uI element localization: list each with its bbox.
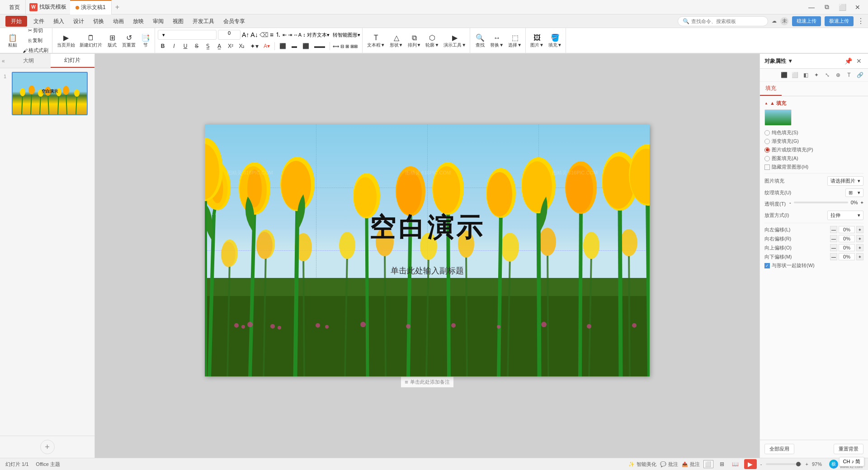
slide-item-1[interactable]: 1 xyxy=(4,72,91,115)
paste-button[interactable]: 📋 粘贴 xyxy=(5,31,20,51)
rotate-with-shape-checkbox[interactable]: ✓ xyxy=(764,263,770,268)
fill-action-icon[interactable]: ⬛ xyxy=(779,70,788,80)
slide-canvas[interactable]: 图精灵 616PIC.COM 图精灵 616PIC.COM 图精灵 616PIC… xyxy=(205,124,650,376)
share-btn[interactable]: 📤 批注 xyxy=(682,461,700,468)
align-right-btn[interactable]: ⬛ xyxy=(301,41,311,51)
link-icon[interactable]: 🔗 xyxy=(855,70,864,80)
convert-smart-btn[interactable]: 转智能图形▾ xyxy=(333,32,360,38)
tab-design[interactable]: 设计 xyxy=(69,14,89,28)
size-icon[interactable]: ⤡ xyxy=(823,70,832,80)
tab-developer[interactable]: 开发工具 xyxy=(188,14,219,28)
highlight-btn[interactable]: A▾ xyxy=(262,41,272,51)
shadow-panel-icon[interactable]: ◧ xyxy=(801,70,810,80)
offset-down-dec[interactable]: — xyxy=(830,253,837,260)
format-brush-button[interactable]: 🖌 格式式刷 xyxy=(21,46,50,54)
smart-beauty-btn[interactable]: ✨ 智能美化 xyxy=(628,461,656,468)
slide-thumbnail[interactable]: 空白演示 xyxy=(12,72,88,115)
fill-tab-fill[interactable]: 填充 xyxy=(760,82,782,96)
hide-bg-option[interactable]: 隐藏背景图形(H) xyxy=(764,164,863,170)
tab-animation[interactable]: 动画 xyxy=(108,14,128,28)
bold-btn[interactable]: B xyxy=(158,41,168,51)
font-decrease-btn[interactable]: A↓ xyxy=(250,31,258,38)
col2-btn[interactable]: ⊞ xyxy=(345,44,349,49)
offset-down-inc[interactable]: + xyxy=(856,253,863,260)
zoom-in-btn[interactable]: + xyxy=(806,461,808,467)
gradient-fill-option[interactable]: 渐变填充(G) xyxy=(764,138,863,145)
tab-slides[interactable]: 幻灯片 xyxy=(51,54,94,68)
tab-outline[interactable]: 大纲 xyxy=(7,54,51,67)
ppt-tool-button[interactable]: ▶ 演示工具▼ xyxy=(442,31,468,51)
reset-bg-button[interactable]: 重置背景 xyxy=(834,444,863,454)
pin-icon[interactable]: 📌 xyxy=(844,56,853,66)
tab-document[interactable]: 演示文稿1 xyxy=(70,0,112,14)
panel-close-icon[interactable]: ✕ xyxy=(854,56,863,66)
hide-bg-checkbox[interactable] xyxy=(764,164,770,170)
pattern-fill-option[interactable]: 图案填充(A) xyxy=(764,155,863,162)
placement-dropdown[interactable]: 拉伸 ▾ xyxy=(827,211,863,220)
row-spacing-btn[interactable]: ⟺ xyxy=(333,44,339,49)
tab-review[interactable]: 审阅 xyxy=(148,14,168,28)
cut-button[interactable]: ✂ 剪切 xyxy=(21,28,50,35)
panel-collapse-btn[interactable]: « xyxy=(0,56,7,66)
solid-fill-radio[interactable] xyxy=(764,130,770,136)
restore-button[interactable]: ⧉ xyxy=(820,2,834,12)
picture-button[interactable]: 🖼 图片▼ xyxy=(528,31,546,51)
slide-title[interactable]: 空白演示 xyxy=(369,210,485,245)
select-button[interactable]: ⬚ 选择▼ xyxy=(506,31,524,51)
indent-increase-btn[interactable]: ⇥ xyxy=(288,32,292,38)
zoom-percent[interactable]: 97% xyxy=(812,461,822,467)
font-color-btn[interactable]: A̲ xyxy=(214,41,224,51)
subscript-btn[interactable]: X₂ xyxy=(237,41,247,51)
gradient-fill-radio[interactable] xyxy=(764,139,770,144)
text-icon[interactable]: T xyxy=(844,70,854,80)
outline-button[interactable]: ⬡ 轮廓▼ xyxy=(424,31,441,51)
shape-button[interactable]: △ 形状▼ xyxy=(388,31,405,51)
offset-up-dec[interactable]: — xyxy=(830,244,837,251)
normal-view-btn[interactable]: ⬜ xyxy=(703,460,713,468)
search-input[interactable] xyxy=(691,19,759,24)
picture-fill-option[interactable]: 图片或纹理填充(P) xyxy=(764,146,863,153)
tab-insert[interactable]: 插入 xyxy=(49,14,69,28)
pattern-fill-radio[interactable] xyxy=(764,156,770,161)
fill-preview-box[interactable] xyxy=(764,109,792,126)
sync-button[interactable]: 稳速上传 xyxy=(792,16,821,26)
add-slide-button[interactable]: + xyxy=(40,440,55,454)
ch-button[interactable]: CH ♪ 简 xyxy=(839,457,865,466)
shadow-btn[interactable]: S̲ xyxy=(203,41,213,51)
text-direction-btn[interactable]: ↔A xyxy=(293,32,302,38)
offset-right-dec[interactable]: — xyxy=(830,235,837,242)
font-size-input[interactable]: 0 xyxy=(218,30,241,40)
new-slide-button[interactable]: 🗒 新建幻灯片 xyxy=(78,31,104,51)
bullets-btn[interactable]: ≡ xyxy=(270,31,274,38)
copy-button[interactable]: ⎘ 复制 xyxy=(21,36,50,45)
zoom-out-btn[interactable]: - xyxy=(760,461,762,467)
position-icon[interactable]: ⊕ xyxy=(834,70,843,80)
tab-view[interactable]: 视图 xyxy=(168,14,188,28)
tab-slideshow[interactable]: 放映 xyxy=(128,14,148,28)
upload-button[interactable]: 极速上传 xyxy=(825,16,854,26)
opacity-bar[interactable] xyxy=(794,202,848,203)
reading-view-btn[interactable]: 📖 xyxy=(731,460,741,468)
section-button[interactable]: 📑 节 xyxy=(138,31,153,51)
col3-btn[interactable]: ⊞⊞ xyxy=(350,44,358,49)
arrange-button[interactable]: ⧉ 排列▼ xyxy=(406,31,423,51)
texture-dropdown[interactable]: ⊞ ▾ xyxy=(845,188,863,197)
tab-home[interactable]: 首页 xyxy=(4,0,26,14)
slide-subtitle[interactable]: 单击此处输入副标题 xyxy=(391,265,464,276)
add-tab-button[interactable]: + xyxy=(112,3,123,11)
underline-btn[interactable]: U xyxy=(180,41,190,51)
apply-all-button[interactable]: 全部应用 xyxy=(764,444,794,454)
effect-icon[interactable]: ✦ xyxy=(812,70,821,80)
superscript-btn[interactable]: X² xyxy=(226,41,236,51)
align-center-btn[interactable]: ▬ xyxy=(289,41,299,51)
minimize-button[interactable]: — xyxy=(805,2,818,12)
comment-icon-btn[interactable]: 💬 批注 xyxy=(660,461,678,468)
more-options-icon[interactable]: ⋮ xyxy=(857,17,864,25)
tab-start[interactable]: 开始 xyxy=(5,16,27,27)
art-text-btn[interactable]: ✦▾ xyxy=(248,41,260,51)
reset-button[interactable]: ↺ 页重置 xyxy=(120,31,137,51)
align-left-btn[interactable]: ⬛ xyxy=(278,41,288,51)
tab-member[interactable]: 会员专享 xyxy=(219,14,250,28)
layout-button[interactable]: ⊞ 版式 xyxy=(105,31,119,51)
close-button[interactable]: ✕ xyxy=(851,2,864,12)
